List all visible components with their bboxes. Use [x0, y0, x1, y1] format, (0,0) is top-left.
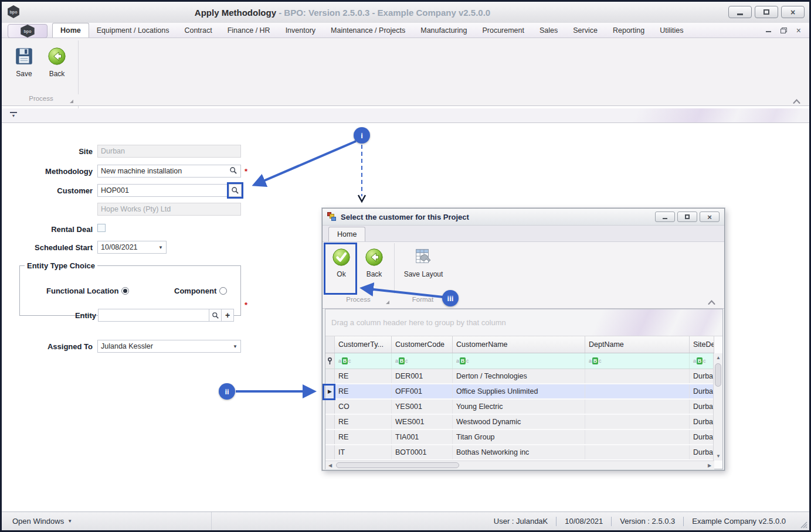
entity-add-button[interactable]: + [221, 309, 234, 322]
mdi-restore-button[interactable] [781, 28, 787, 33]
functional-location-option[interactable]: Functional Location [46, 285, 129, 296]
cell-customertype[interactable]: CO [335, 400, 392, 414]
vertical-scroll-thumb[interactable] [715, 363, 721, 387]
cell-customername[interactable]: Westwood Dynamic [453, 415, 585, 429]
dialog-maximize-button[interactable] [677, 212, 697, 222]
abc-filter-icon[interactable]: aBc [589, 357, 602, 364]
minimize-button[interactable] [728, 6, 752, 18]
header-deptname[interactable]: DeptName [585, 336, 690, 353]
back-button[interactable]: Back [42, 42, 72, 91]
chevron-down-icon[interactable]: ▼ [233, 344, 237, 349]
cell-customercode[interactable]: DER001 [392, 369, 453, 383]
ribbon-collapse-button[interactable] [792, 96, 801, 107]
filter-cell[interactable]: aBc [690, 353, 714, 369]
chevron-down-icon[interactable]: ▼ [158, 245, 163, 250]
cell-customertype[interactable]: IT [335, 445, 392, 459]
filter-pin-icon[interactable] [325, 353, 335, 369]
cell-customercode[interactable]: YES001 [392, 400, 453, 414]
cell-customercode[interactable]: OFF001 [392, 384, 453, 398]
pin-collapse-icon[interactable]: ▼ [10, 112, 17, 118]
ribbon-tab-manufacturing[interactable]: Manufacturing [413, 24, 474, 37]
ribbon-tab-contract[interactable]: Contract [177, 24, 219, 37]
horizontal-scroll-thumb[interactable] [336, 462, 459, 468]
mdi-close-button[interactable]: × [796, 28, 801, 33]
table-row[interactable]: CO YES001 Young Electric Durban [325, 400, 714, 415]
cell-customercode[interactable]: WES001 [392, 415, 453, 429]
entity-field[interactable] [98, 309, 209, 322]
customer-field[interactable]: HOP001 [97, 184, 229, 197]
ribbon-tab-maintenance-projects[interactable]: Maintenance / Projects [323, 24, 413, 37]
cell-customername[interactable]: Young Electric [453, 400, 585, 414]
cell-sitedescription[interactable]: Durban [690, 430, 714, 444]
ribbon-tab-sales[interactable]: Sales [532, 24, 565, 37]
rental-deal-checkbox[interactable] [97, 224, 106, 232]
dialog-close-button[interactable]: × [700, 212, 720, 222]
resize-grip[interactable] [800, 521, 807, 528]
maximize-button[interactable] [755, 6, 778, 18]
cell-customername[interactable]: Titan Group [453, 430, 585, 444]
cell-sitedescription[interactable]: Durban [690, 445, 714, 459]
vertical-scrollbar[interactable]: ▲ ▼ [713, 353, 722, 461]
methodology-field[interactable]: New machine installation [97, 165, 241, 178]
cell-deptname[interactable] [585, 430, 690, 444]
cell-deptname[interactable] [585, 384, 690, 398]
table-row[interactable]: RE TIA001 Titan Group Durban [325, 430, 714, 445]
abc-filter-icon[interactable]: aBc [693, 357, 706, 364]
cell-sitedescription[interactable]: Durban [690, 369, 714, 383]
filter-cell[interactable]: aBc [392, 353, 453, 369]
mdi-minimize-button[interactable] [766, 28, 771, 33]
abc-filter-icon[interactable]: aBc [338, 357, 351, 364]
cell-deptname[interactable] [585, 369, 690, 383]
cell-sitedescription[interactable]: Durban [690, 415, 714, 429]
ribbon-tab-home[interactable]: Home [52, 23, 89, 37]
cell-customername[interactable]: Bothas Networking inc [453, 445, 585, 459]
cell-customertype[interactable]: RE [335, 384, 392, 398]
abc-filter-icon[interactable]: aBc [456, 357, 469, 364]
dialog-ribbon-collapse-button[interactable] [707, 297, 716, 308]
abc-filter-icon[interactable]: aBc [395, 357, 408, 364]
component-option[interactable]: Component [174, 285, 227, 296]
filter-cell[interactable]: aBc [453, 353, 585, 369]
radio-selected-icon[interactable] [121, 287, 129, 295]
ribbon-tab-inventory[interactable]: Inventory [278, 24, 323, 37]
scroll-down-icon[interactable]: ▼ [714, 452, 723, 461]
cell-deptname[interactable] [585, 415, 690, 429]
table-row[interactable]: RE WES001 Westwood Dynamic Durban [325, 415, 714, 430]
table-row[interactable]: IT BOT0001 Bothas Networking inc Durban [325, 445, 714, 461]
cell-customertype[interactable]: RE [335, 369, 392, 383]
scroll-right-icon[interactable]: ▶ [705, 461, 714, 469]
cell-customername[interactable]: Derton / Technologies [453, 369, 585, 383]
scroll-left-icon[interactable]: ◀ [325, 461, 335, 469]
close-button[interactable]: × [781, 6, 805, 18]
cell-sitedescription[interactable]: Durban [690, 384, 714, 398]
scheduled-start-combo[interactable]: 10/08/2021 ▼ [97, 241, 167, 254]
open-windows-button[interactable]: Open Windows ▼ [2, 512, 212, 530]
filter-cell[interactable]: aBc [585, 353, 690, 369]
save-layout-button[interactable]: Save Layout [398, 244, 449, 292]
cell-customername[interactable]: Office Supplies Unlimited [453, 384, 585, 398]
scroll-up-icon[interactable]: ▲ [714, 353, 723, 362]
ribbon-tab-reporting[interactable]: Reporting [605, 24, 652, 37]
entity-search-button[interactable] [209, 309, 222, 322]
dialog-back-button[interactable]: Back [359, 244, 389, 292]
app-menu-button[interactable]: bpo [8, 24, 47, 38]
cell-customercode[interactable]: BOT0001 [392, 445, 453, 459]
search-icon[interactable] [229, 166, 237, 176]
cell-sitedescription[interactable]: Durban [690, 400, 714, 414]
filter-cell[interactable]: aBc [335, 353, 392, 369]
cell-deptname[interactable] [585, 445, 690, 459]
ribbon-tab-service[interactable]: Service [565, 24, 605, 37]
group-by-panel[interactable]: Drag a column header here to group by th… [325, 309, 722, 336]
assigned-to-combo[interactable]: Julanda Kessler ▼ [97, 340, 241, 353]
horizontal-scrollbar[interactable]: ◀ ▶ [325, 461, 714, 469]
cell-customercode[interactable]: TIA001 [392, 430, 453, 444]
header-customercode[interactable]: CustomerCode [392, 336, 453, 353]
ribbon-tab-procurement[interactable]: Procurement [474, 24, 532, 37]
cell-deptname[interactable] [585, 400, 690, 414]
radio-unselected-icon[interactable] [219, 287, 227, 295]
dialog-tab-home[interactable]: Home [328, 227, 365, 241]
ribbon-tab-finance-hr[interactable]: Finance / HR [220, 24, 278, 37]
table-row[interactable]: RE DER001 Derton / Technologies Durban [325, 369, 714, 384]
header-sitedescription[interactable]: SiteDes [690, 336, 714, 353]
header-customertype[interactable]: CustomerTy... [335, 336, 392, 353]
